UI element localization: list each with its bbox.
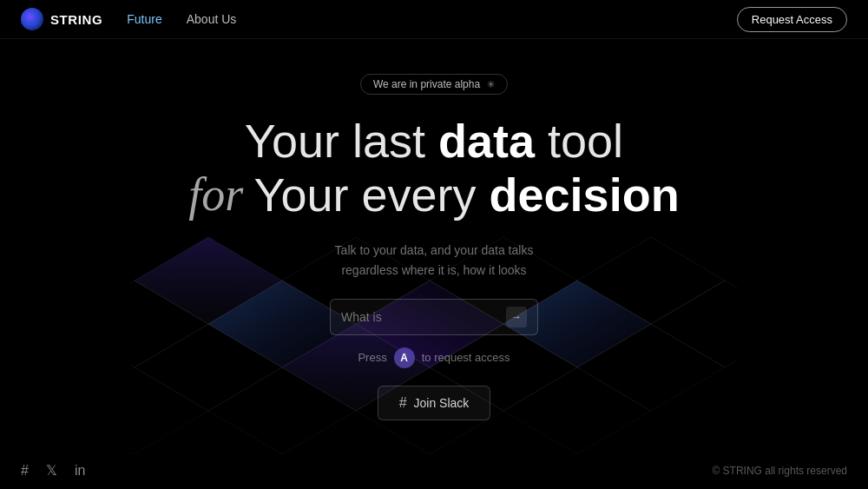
copyright-text: © STRING all rights reserved [712,465,847,477]
hero-line2: for Your every decision [188,168,679,221]
press-row: Press A to request access [358,347,510,368]
request-access-button[interactable]: Request Access [737,7,847,32]
join-slack-button[interactable]: # Join Slack [378,386,491,420]
logo-text: STRING [50,12,102,27]
twitter-social-icon[interactable]: 𝕏 [46,462,57,479]
alpha-badge: We are in private alpha ✳ [360,74,508,95]
search-box: → [330,299,538,335]
linkedin-social-icon[interactable]: in [75,463,85,479]
footer: # 𝕏 in © STRING all rights reserved [0,452,868,489]
hero-subtitle: Talk to your data, and your data talks r… [335,241,534,280]
search-input[interactable] [341,310,506,324]
key-badge: A [394,347,415,368]
nav-link-future[interactable]: Future [127,12,161,26]
footer-social-icons: # 𝕏 in [21,462,85,479]
logo[interactable]: STRING [21,8,102,30]
nav-left: STRING Future About Us [21,8,236,30]
nav-link-about[interactable]: About Us [187,12,237,26]
slack-social-icon[interactable]: # [21,463,29,479]
hero-section: We are in private alpha ✳ Your last data… [0,39,868,420]
navbar: STRING Future About Us Request Access [0,0,868,39]
alpha-badge-text: We are in private alpha [373,78,480,90]
badge-star-icon: ✳ [487,79,495,90]
slack-icon: # [399,395,407,411]
logo-icon [21,8,43,30]
hero-title: Your last data tool for Your every decis… [188,114,679,221]
search-submit-button[interactable]: → [506,307,527,327]
hero-line1: Your last data tool [188,114,679,168]
